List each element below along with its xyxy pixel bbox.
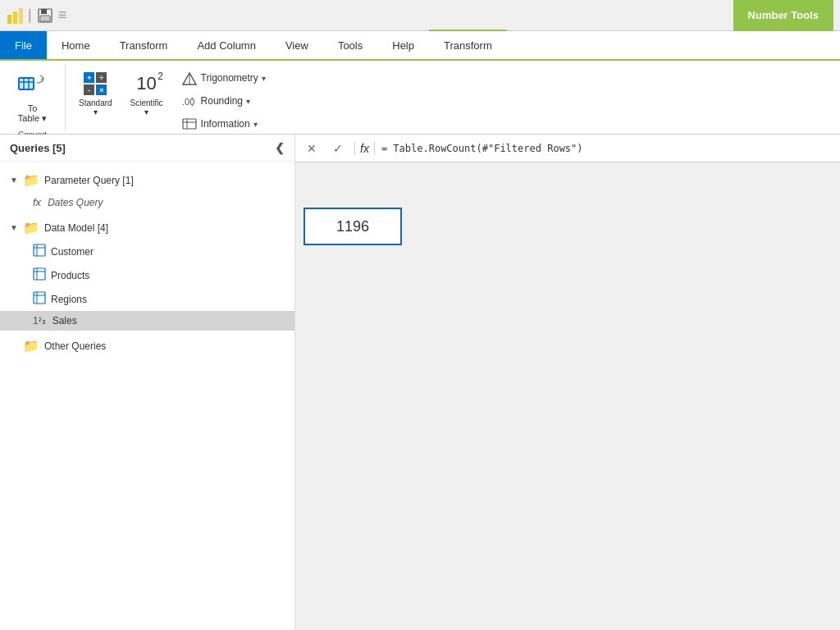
information-label: Information: [201, 118, 250, 130]
trigonometry-label: Trigonometry: [201, 72, 258, 84]
svg-rect-0: [7, 15, 11, 24]
rounding-button[interactable]: .00 ↑ ↓ Rounding ▾: [176, 90, 271, 112]
ribbon-tabs: File Home Transform Add Column View Tool…: [0, 31, 840, 61]
value-display: 1196: [336, 218, 369, 235]
to-table-icon: [16, 71, 49, 103]
stacked-menu-group: Trigonometry ▾ .00 ↑ ↓ Rounding ▾: [176, 67, 271, 135]
tab-transform[interactable]: Transform: [105, 31, 183, 59]
folder-icon3: 📁: [23, 338, 39, 354]
svg-rect-21: [34, 268, 45, 280]
trigonometry-chevron: ▾: [262, 74, 266, 83]
number-tools-badge: Number Tools: [733, 0, 833, 31]
sidebar-collapse-button[interactable]: ❮: [275, 141, 285, 154]
svg-rect-4: [41, 9, 47, 14]
table-icon-products: [33, 267, 46, 283]
dates-query-label: Dates Query: [48, 197, 103, 208]
content-area: 1196: [295, 162, 840, 630]
tab-transform-contextual[interactable]: Transform: [429, 30, 507, 59]
information-button[interactable]: Information ▾: [176, 113, 271, 135]
formula-bar: ✕ ✓ fx = Table.RowCount(#"Filtered Rows"…: [295, 135, 840, 162]
to-table-button[interactable]: ToTable ▾: [10, 67, 56, 127]
standard-icon: + ÷ - ×: [80, 69, 110, 98]
scientific-icon: 102: [132, 69, 162, 98]
tab-file[interactable]: File: [0, 31, 47, 59]
table-icon-customer: [33, 244, 46, 259]
expand-arrow2: ▼: [10, 223, 18, 232]
tab-help[interactable]: Help: [377, 31, 429, 59]
tab-add-column[interactable]: Add Column: [182, 31, 271, 59]
svg-rect-1: [13, 11, 17, 24]
trigonometry-button[interactable]: Trigonometry ▾: [176, 67, 271, 89]
right-panel: ✕ ✓ fx = Table.RowCount(#"Filtered Rows"…: [295, 135, 840, 630]
scientific-label: Scientific▾: [130, 98, 163, 116]
other-queries-label: Other Queries: [44, 340, 106, 352]
rounding-icon: .00 ↑ ↓: [181, 93, 198, 109]
main-area: Queries [5] ❮ ▼ 📁 Parameter Query [1] fx…: [0, 135, 840, 630]
svg-rect-18: [34, 244, 45, 256]
sidebar-title: Queries [5]: [10, 142, 66, 154]
app-logo: [7, 7, 25, 25]
data-model-label: Data Model [4]: [44, 222, 108, 234]
tree-group-other: 📁 Other Queries: [0, 334, 294, 358]
title-bar: | ≡ Number Tools: [0, 0, 840, 31]
to-table-label: ToTable ▾: [18, 103, 47, 124]
table-icon-regions: [33, 291, 46, 307]
separator2: ≡: [58, 7, 67, 24]
products-label: Products: [51, 270, 89, 281]
svg-rect-15: [183, 119, 196, 129]
information-icon: [181, 116, 198, 132]
tree-item-dates-query[interactable]: fx Dates Query: [0, 192, 294, 212]
tree-group-parameter: ▼ 📁 Parameter Query [1] fx Dates Query: [0, 168, 294, 212]
regions-label: Regions: [51, 294, 87, 305]
fx-icon: fx: [33, 196, 41, 208]
standard-label: Standard▾: [79, 98, 112, 116]
ribbon-body: ToTable ▾ Convert + ÷ - × Standard▾: [0, 61, 840, 135]
separator: |: [28, 7, 32, 24]
number-icon-sales: 1²₃: [33, 315, 46, 326]
tree-group-data-model: ▼ 📁 Data Model [4] Customer: [0, 216, 294, 331]
svg-rect-2: [19, 8, 23, 24]
svg-text:↓: ↓: [190, 101, 194, 108]
formula-input[interactable]: = Table.RowCount(#"Filtered Rows"): [381, 143, 833, 154]
tree-item-customer[interactable]: Customer: [0, 240, 294, 263]
rounding-label: Rounding: [201, 95, 243, 107]
value-box: 1196: [304, 208, 402, 245]
tree-item-products[interactable]: Products: [0, 263, 294, 287]
sidebar-header: Queries [5] ❮: [0, 135, 294, 162]
tree-item-other-queries[interactable]: 📁 Other Queries: [0, 334, 294, 358]
svg-rect-6: [19, 78, 34, 89]
tree-item-regions[interactable]: Regions: [0, 287, 294, 311]
confirm-button[interactable]: ✓: [328, 140, 348, 157]
folder-icon: 📁: [23, 172, 39, 188]
svg-rect-5: [40, 16, 50, 21]
customer-label: Customer: [51, 246, 94, 258]
trigonometry-icon: [181, 70, 198, 86]
parameter-query-label: Parameter Query [1]: [44, 175, 134, 186]
standard-button[interactable]: + ÷ - × Standard▾: [74, 67, 117, 118]
ribbon-group-convert: ToTable ▾ Convert: [0, 64, 66, 130]
tree-item-parameter-query[interactable]: ▼ 📁 Parameter Query [1]: [0, 168, 294, 192]
information-chevron: ▾: [253, 120, 258, 129]
tab-view[interactable]: View: [271, 31, 323, 59]
tab-tools[interactable]: Tools: [323, 31, 377, 59]
svg-rect-24: [34, 292, 45, 304]
ribbon-group-transform: + ÷ - × Standard▾ 102 Scientific▾: [66, 64, 279, 130]
scientific-button[interactable]: 102 Scientific▾: [126, 67, 168, 118]
sales-label: Sales: [52, 315, 77, 326]
sidebar: Queries [5] ❮ ▼ 📁 Parameter Query [1] fx…: [0, 135, 295, 630]
save-button[interactable]: [35, 6, 55, 25]
rounding-chevron: ▾: [246, 97, 250, 106]
sidebar-content: ▼ 📁 Parameter Query [1] fx Dates Query ▼…: [0, 162, 294, 630]
expand-arrow: ▼: [10, 176, 18, 185]
cancel-button[interactable]: ✕: [302, 140, 322, 157]
tree-item-sales[interactable]: 1²₃ Sales: [0, 311, 294, 331]
fx-button[interactable]: fx: [354, 142, 375, 155]
tree-item-data-model[interactable]: ▼ 📁 Data Model [4]: [0, 216, 294, 240]
folder-icon2: 📁: [23, 220, 39, 235]
tab-home[interactable]: Home: [47, 31, 105, 59]
